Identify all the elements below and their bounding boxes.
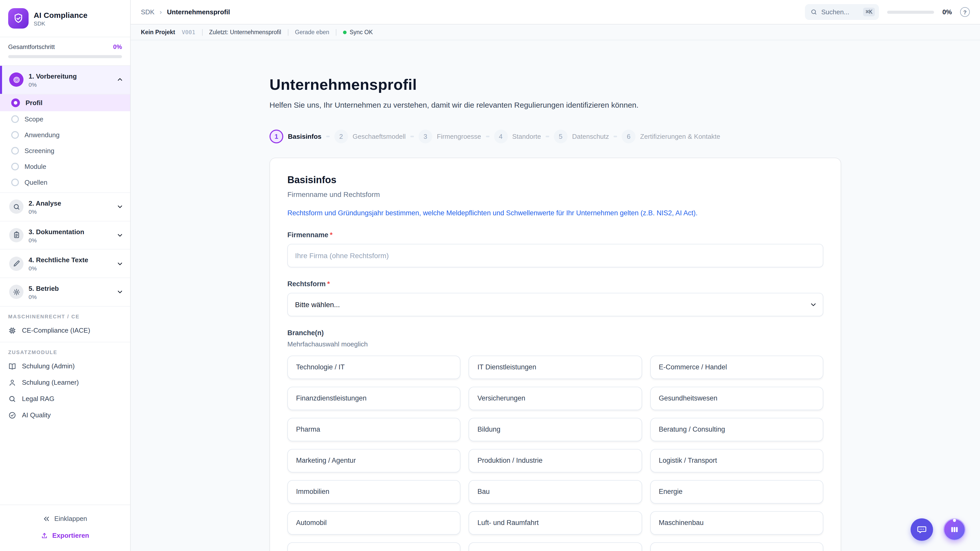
firmenname-label: Firmenname* [287,231,823,238]
industry-button-produktion-industrie[interactable]: Produktion / Industrie [469,449,642,472]
industry-button-immobilien[interactable]: Immobilien [287,480,461,503]
wizard-step-5[interactable]: 5Datenschutz [554,130,609,143]
sidebar: AI Compliance SDK Gesamtfortschritt 0% 1… [0,0,130,551]
search-placeholder: Suchen... [821,8,859,16]
sidebar-item-profil[interactable]: Profil [0,94,130,111]
chevron-right-icon: › [159,8,162,16]
industry-button-e-commerce-handel[interactable]: E-Commerce / Handel [650,355,823,379]
search-input[interactable]: Suchen... ⌘K [805,4,879,20]
rechtsform-label: Rechtsform* [287,280,823,287]
last-visited: Zuletzt: Unternehmensprofil [209,29,281,35]
industry-button-logistik-transport[interactable]: Logistik / Transport [650,449,823,472]
sidebar-item-ai-quality[interactable]: AI Quality [0,407,130,424]
industry-button-gesundheitswesen[interactable]: Gesundheitswesen [650,386,823,410]
step-separator [410,136,414,137]
overall-progress-track [8,55,122,58]
target-icon [9,73,24,87]
sidebar-nav: 1. Vorbereitung0%ProfilScopeAnwendungScr… [0,66,130,505]
card-info-note: Rechtsform und Gründungsjahr bestimmen, … [287,208,823,218]
industry-button-energie[interactable]: Energie [650,480,823,503]
industry-button-bildung[interactable]: Bildung [469,418,642,441]
breadcrumb: SDK › Unternehmensprofil [141,8,230,16]
gear-icon [9,285,24,299]
step-separator [326,136,330,137]
sidebar-section-5-betrieb[interactable]: 5. Betrieb0% [0,278,130,306]
search-shortcut-badge: ⌘K [863,8,875,16]
sidebar-item-anwendung[interactable]: Anwendung [0,127,130,143]
brand-subtitle: SDK [34,20,88,26]
wizard-step-4[interactable]: 4Standorte [494,130,541,143]
wizard-step-2[interactable]: 2Geschaeftsmodell [334,130,406,143]
sidebar-section-2-analyse[interactable]: 2. Analyse0% [0,193,130,221]
industry-button-marketing-agentur[interactable]: Marketing / Agentur [287,449,461,472]
sidebar-section-4-rechtliche-texte[interactable]: 4. Rechtliche Texte0% [0,250,130,278]
step-separator [546,136,549,137]
sidebar-item-schulung-admin-[interactable]: Schulung (Admin) [0,358,130,375]
book-icon [8,362,16,370]
industry-button-finanzdienstleistungen[interactable]: Finanzdienstleistungen [287,386,461,410]
export-button[interactable]: Exportieren [0,527,130,544]
industry-button-partial[interactable] [650,542,823,551]
chat-bubble-icon [917,524,927,535]
sidebar-footer: Einklappen Exportieren [0,505,130,551]
radio-icon [11,115,19,123]
panel-toggle-fab-button[interactable] [943,518,966,541]
industry-button-versicherungen[interactable]: Versicherungen [469,386,642,410]
breadcrumb-root[interactable]: SDK [141,8,154,16]
sidebar-item-screening[interactable]: Screening [0,143,130,159]
group-header: ZUSATZMODULE [0,342,130,358]
industry-button-beratung-consulting[interactable]: Beratung / Consulting [650,418,823,441]
sync-ok-dot-icon [343,30,347,34]
floating-buttons [911,518,966,541]
group-header: MASCHINENRECHT / CE [0,306,130,322]
topbar-progress-track [887,11,934,14]
collapse-sidebar-button[interactable]: Einklappen [0,510,130,527]
breadcrumb-current: Unternehmensprofil [167,8,230,16]
sidebar-item-schulung-learner-[interactable]: Schulung (Learner) [0,375,130,391]
chat-fab-button[interactable] [911,518,933,541]
last-saved-time: Gerade eben [295,29,329,35]
check-circle-icon [8,411,16,419]
industry-button-bau[interactable]: Bau [469,480,642,503]
chevron-down-icon [117,203,123,210]
search-icon [811,9,817,15]
basisinfos-card: Basisinfos Firmenname und Rechtsform Rec… [269,158,841,551]
industry-grid: Technologie / ITIT DienstleistungenE-Com… [287,355,823,551]
firmenname-input[interactable] [287,244,823,267]
status-bar: Kein Projekt V001 Zuletzt: Unternehmensp… [130,24,980,40]
brand-name: AI Compliance [34,11,88,19]
help-icon[interactable]: ? [960,7,970,17]
required-asterisk: * [327,280,330,287]
wizard-step-6[interactable]: 6Zertifizierungen & Kontakte [622,130,720,143]
radio-icon [11,163,19,170]
main-area: SDK › Unternehmensprofil Suchen... ⌘K 0%… [130,0,980,551]
wizard-step-1[interactable]: 1Basisinfos [269,130,321,143]
industry-button-partial[interactable] [287,542,461,551]
topbar: SDK › Unternehmensprofil Suchen... ⌘K 0%… [130,0,980,24]
radio-icon [11,147,19,155]
industry-button-luft-und-raumfahrt[interactable]: Luft- und Raumfahrt [469,511,642,534]
industry-button-automobil[interactable]: Automobil [287,511,461,534]
sidebar-item-legal-rag[interactable]: Legal RAG [0,391,130,407]
rechtsform-select[interactable]: Bitte wählen... [287,292,823,316]
industry-button-maschinenbau[interactable]: Maschinenbau [650,511,823,534]
wizard-step-3[interactable]: 3Firmengroesse [418,130,481,143]
sidebar-item-scope[interactable]: Scope [0,111,130,127]
sidebar-section-1-vorbereitung[interactable]: 1. Vorbereitung0% [0,66,130,94]
pencil-icon [9,256,24,271]
sidebar-item-module[interactable]: Module [0,159,130,175]
industry-button-technologie-it[interactable]: Technologie / IT [287,355,461,379]
page-content: Unternehmensprofil Helfen Sie uns, Ihr U… [130,40,980,551]
required-asterisk: * [330,231,333,238]
chevron-up-icon [117,77,123,83]
app-root: AI Compliance SDK Gesamtfortschritt 0% 1… [0,0,980,551]
industry-button-it-dienstleistungen[interactable]: IT Dienstleistungen [469,355,642,379]
sidebar-item-quellen[interactable]: Quellen [0,175,130,190]
divider [202,29,202,35]
sidebar-item-ce-compliance-iace-[interactable]: CE-Compliance (IACE) [0,322,130,339]
step-separator [486,136,489,137]
industry-button-pharma[interactable]: Pharma [287,418,461,441]
industry-button-partial[interactable] [469,542,642,551]
sidebar-section-3-dokumentation[interactable]: 3. Dokumentation0% [0,221,130,250]
person-icon [8,379,16,387]
